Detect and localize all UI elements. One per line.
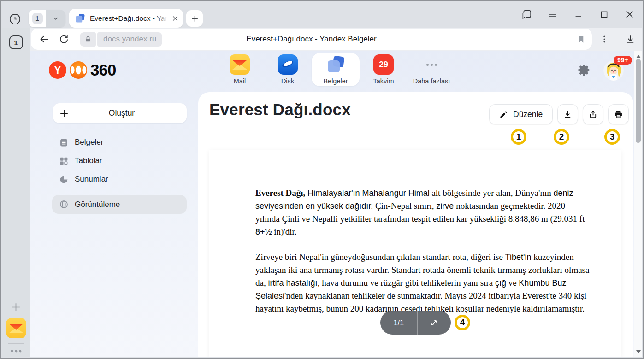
download-button[interactable] [557, 104, 578, 124]
text-segment: Zirveye biri Nepal'in güneydoğusundan çı… [255, 252, 505, 262]
tab-title: Everest+Dağı.docx - Yan [90, 14, 167, 23]
page-scrollbar[interactable] [634, 51, 642, 357]
text-segment: hava durumu ve rüzgâr gibi tehlikelerin … [320, 278, 495, 288]
history-clock-icon[interactable] [8, 12, 21, 25]
text-segment: Himalayalar'ın Mahalangur Himal [307, 188, 430, 198]
document-text: Everest Dağı, Himalayalar'ın Mahalangur … [209, 150, 621, 315]
sidebar-more-icon[interactable] [10, 349, 22, 353]
docs-sidebar: Belgeler Tablolar Sunumlar Görüntüleme [52, 133, 187, 214]
sidebar-item-tablolar[interactable]: Tablolar [52, 152, 187, 170]
notification-badge: 99+ [614, 56, 632, 65]
bookmarks-panel-icon[interactable] [521, 9, 532, 20]
expand-icon [430, 318, 438, 327]
refresh-button[interactable] [54, 30, 73, 48]
print-button[interactable] [608, 104, 629, 124]
annotation-badge-2: 2 [554, 129, 569, 145]
docs-icon [325, 54, 346, 75]
y360-o-icon [70, 61, 87, 79]
table-grid-icon [59, 156, 69, 166]
annotation-badge-3: 3 [604, 129, 620, 145]
share-button[interactable] [583, 104, 603, 124]
logo-360-text: 360 [90, 61, 116, 79]
divider [617, 33, 617, 45]
globe-icon [59, 200, 69, 209]
text-segment: 'nden kaynaklanan tehlikeler de sunmakta… [255, 291, 586, 313]
app-belgeler[interactable]: Belgeler [312, 53, 360, 86]
text-segment: 8+½ [255, 227, 272, 236]
content-card: Everest Dağı.docx Düzenle [198, 92, 633, 357]
sidebar-item-goruntuleme[interactable]: Görüntüleme [52, 195, 187, 214]
download-icon [563, 110, 573, 119]
address-bar[interactable]: docs.yandex.ru Everest+Dağı.docx - Yande… [31, 29, 592, 50]
plus-icon [53, 108, 75, 118]
tab-group-chip[interactable]: 1 [29, 10, 65, 27]
document-actions: Düzenle [489, 104, 629, 124]
chevron-down-icon [52, 15, 59, 22]
calendar-icon: 29 [373, 54, 394, 75]
sidebar-item-belgeler[interactable]: Belgeler [52, 133, 187, 152]
yandex-logo-icon: Y [49, 61, 66, 79]
url-display[interactable]: docs.yandex.ru [97, 32, 162, 47]
document-icon [59, 138, 69, 147]
bookmark-icon[interactable] [577, 35, 585, 44]
maximize-button[interactable] [599, 10, 609, 19]
paragraph: Zirveye biri Nepal'in güneydoğusundan çı… [255, 251, 591, 315]
share-icon [588, 110, 598, 119]
browser-side-strip: 1 [2, 28, 30, 357]
text-segment: ve [506, 278, 519, 288]
text-segment: Çin-Nepal sınırı, [373, 201, 436, 211]
more-icon [421, 54, 442, 75]
yandex-mail-icon[interactable] [6, 318, 26, 338]
address-toolbar: docs.yandex.ru Everest+Dağı.docx - Yande… [30, 28, 642, 51]
settings-gear-icon[interactable] [576, 62, 592, 78]
page-count: 1/1 [380, 311, 417, 335]
print-icon [614, 110, 623, 119]
yandex-docs-icon [75, 13, 85, 24]
plus-icon [190, 14, 199, 23]
app-takvim[interactable]: 29 Takvim [360, 53, 408, 86]
back-button[interactable] [35, 30, 54, 48]
docs-page: Y 360 [30, 51, 642, 357]
annotation-badge-1: 1 [511, 129, 526, 145]
tab-group-expand[interactable] [46, 10, 65, 27]
tab-group-count: 1 [32, 13, 43, 24]
text-segment: Everest Dağı, [255, 188, 305, 198]
downloads-icon[interactable] [625, 34, 636, 45]
fullscreen-button[interactable] [418, 311, 451, 335]
pencil-icon [499, 110, 508, 119]
text-segment: in)'dir. [272, 227, 297, 236]
toolbar-menu-dots-icon[interactable] [600, 35, 609, 44]
close-window-button[interactable] [625, 9, 635, 19]
pie-chart-icon [59, 175, 69, 184]
scrollbar-thumb[interactable] [636, 59, 641, 143]
sidebar-add-icon[interactable] [10, 301, 22, 313]
new-tab-button[interactable] [186, 10, 203, 27]
text-segment: çığ [495, 278, 506, 288]
y360-logo[interactable]: Y 360 [49, 61, 116, 79]
scroll-down-arrow[interactable] [634, 348, 642, 355]
tabs-count-button[interactable]: 1 [9, 35, 23, 49]
active-tab[interactable]: Everest+Dağı.docx - Yan [69, 9, 183, 28]
edit-button[interactable]: Düzenle [489, 104, 553, 124]
tab-close-icon[interactable] [171, 15, 179, 22]
page-title: Everest+Dağı.docx - Yandex Belgeler [246, 35, 376, 44]
site-security-lock-icon[interactable] [80, 32, 96, 47]
app-more[interactable]: Daha fazlası [408, 53, 455, 86]
paragraph: Everest Dağı, Himalayalar'ın Mahalangur … [255, 187, 591, 238]
browser-window: 1 Everest+Dağı.docx - Yan [0, 0, 644, 359]
app-mail[interactable]: Mail [216, 53, 264, 86]
text-segment: irtifa hastalığı, [268, 278, 319, 288]
app-disk[interactable]: Disk [264, 53, 312, 86]
disk-icon [278, 54, 298, 75]
text-segment: alt bölgesinde yer alan, Dünya'nın [430, 188, 554, 198]
sidebar-item-sunumlar[interactable]: Sunumlar [52, 170, 187, 188]
minimize-button[interactable] [573, 9, 584, 19]
mail-icon [230, 54, 250, 75]
apps-nav: Mail Disk [216, 53, 455, 86]
browser-menu-icon[interactable] [548, 9, 558, 19]
create-button[interactable]: Oluştur [53, 103, 187, 123]
avatar[interactable]: 99+ [603, 60, 624, 81]
document-title: Everest Dağı.docx [209, 100, 351, 119]
tab-strip: 1 Everest+Dağı.docx - Yan [1, 1, 643, 28]
text-segment: Tibet'in [505, 253, 532, 262]
